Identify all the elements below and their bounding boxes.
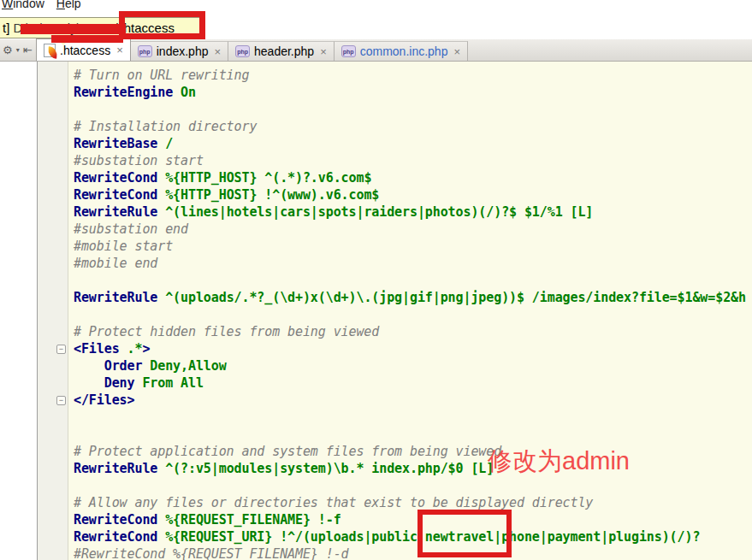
code-value: ^(uploads/.*?_(\d+)x(\d+)\.(jpg|gif|png|… [157,290,746,305]
code-line[interactable]: RewriteRule ^(?:v5|modules|system)\b.* i… [74,460,752,477]
code-line[interactable]: #RewriteCond %{REQUEST_FILENAME} !-d [74,545,752,560]
code-keyword: <Files [74,341,120,357]
ide-window: WindowHelp t] D:\...\Study\WWW\.htaccess… [0,0,752,560]
code-comment: #mobile end [74,256,157,271]
editor-gutter: −− [38,62,68,560]
php-file-icon: php [341,45,356,57]
code-value: .* [120,341,143,357]
code-line[interactable]: RewriteRule ^(lines|hotels|cars|spots|ra… [74,203,752,221]
code-keyword: RewriteEngine [74,85,173,100]
code-keyword: RewriteRule [74,461,157,476]
code-keyword: RewriteRule [74,204,157,220]
menu-bar: WindowHelp [0,0,752,11]
close-tab-icon[interactable]: × [320,45,327,58]
scroll-from-source-icon[interactable]: ⇤ [23,44,33,56]
close-tab-icon[interactable]: × [453,45,460,58]
annotation-path-strikethrough [21,24,126,34]
code-line[interactable]: RewriteCond %{HTTP_HOST} ^(.*)?.v6.com$ [74,169,752,186]
code-line[interactable]: RewriteBase / [74,135,752,152]
tab-common-inc-php[interactable]: phpcommon.inc.php× [335,41,468,61]
code-comment: #substation end [74,221,188,237]
code-line[interactable]: # Protect application and system files f… [74,443,752,460]
code-line[interactable] [74,477,752,494]
tab-bar-tools: ⚙▾ ⇤ [0,38,36,61]
code-comment: # Turn on URL rewriting [74,68,249,83]
code-value: On [173,85,196,100]
code-line[interactable] [74,409,752,426]
htaccess-file-icon [44,44,56,57]
code-value: From All [134,375,203,391]
code-editor[interactable]: # Turn on URL rewritingRewriteEngine On#… [68,62,752,560]
annotation-box-htaccess [119,11,205,39]
annotation-box-htaccess-overshoot [51,35,123,43]
code-line[interactable]: <Files .*> [74,340,752,357]
code-line[interactable]: RewriteCond %{HTTP_HOST} !^(www).v6.com$ [74,186,752,203]
tooltip-prefix: t] [3,21,14,35]
tab-label: common.inc.php [360,44,448,58]
code-keyword: Deny [74,375,134,391]
php-file-icon: php [138,45,152,57]
code-comment: # Protect application and system files f… [74,444,501,459]
code-comment: #mobile start [74,239,173,254]
code-keyword: RewriteCond [74,170,157,186]
code-line[interactable] [74,426,752,443]
code-keyword: RewriteBase [74,136,157,151]
code-keyword: > [142,341,150,357]
code-value: %{HTTP_HOST} ^(.*)?.v6.com$ [157,170,371,186]
code-value: Deny,Allow [142,358,226,374]
tab-label: header.php [254,44,314,58]
code-value: %{HTTP_HOST} !^(www).v6.com$ [157,187,379,203]
code-line[interactable]: </Files> [74,392,752,409]
code-keyword: RewriteCond [74,529,157,545]
code-line[interactable]: RewriteCond %{REQUEST_URI} !^/(uploads|p… [74,528,752,545]
menu-item-help[interactable]: Help [56,0,81,10]
code-line[interactable] [74,272,752,289]
code-line[interactable]: # Installation directory [74,118,752,135]
code-comment: # Protect hidden files from being viewed [74,324,379,339]
project-panel-sliver [0,62,38,560]
code-line[interactable]: RewriteEngine On [74,84,752,101]
code-line[interactable]: RewriteCond %{REQUEST_FILENAME} !-f [74,511,752,528]
code-keyword: </Files> [74,392,134,408]
gear-icon[interactable]: ⚙ [3,44,13,56]
code-comment: # Installation directory [74,119,257,134]
code-value: %{REQUEST_FILENAME} !-f [157,512,340,528]
annotation-box-newtravel [417,510,512,557]
code-value: / [157,136,173,151]
code-line[interactable]: #substation start [74,152,752,169]
close-tab-icon[interactable]: × [116,44,123,56]
code-line[interactable]: RewriteRule ^(uploads/.*?_(\d+)x(\d+)\.(… [74,289,752,306]
code-keyword: RewriteRule [74,290,157,305]
annotation-modify-to-admin-label: 修改为admin [488,445,630,479]
code-line[interactable]: # Turn on URL rewriting [74,67,752,84]
close-tab-icon[interactable]: × [214,45,221,58]
tab-header-php[interactable]: phpheader.php× [228,41,335,61]
php-file-icon: php [235,45,250,57]
code-line[interactable]: # Protect hidden files from being viewed [74,323,752,340]
code-line[interactable]: #mobile start [74,238,752,255]
chevron-down-icon: ▾ [16,46,20,54]
tab-label: index.php [157,44,209,58]
code-value: ^(?:v5|modules|system)\b.* index.php/$0 … [157,461,494,476]
code-keyword: Order [74,358,142,374]
code-comment: #RewriteCond %{REQUEST_FILENAME} !-d [74,546,349,560]
code-line[interactable]: Deny From All [74,374,752,392]
code-comment: #substation start [74,153,204,168]
code-line[interactable] [74,306,752,323]
code-keyword: RewriteCond [74,512,157,528]
code-line[interactable]: #mobile end [74,255,752,272]
code-keyword: RewriteCond [74,187,157,203]
code-line[interactable]: Order Deny,Allow [74,357,752,374]
code-value: ^(lines|hotels|cars|spots|raiders|photos… [157,204,593,220]
fold-end-icon[interactable]: − [56,396,66,405]
fold-start-icon[interactable]: − [56,345,66,354]
code-line[interactable]: #substation end [74,221,752,238]
code-comment: # Allow any files or directories that ex… [74,495,593,510]
code-line[interactable] [74,101,752,118]
code-line[interactable]: # Allow any files or directories that ex… [74,494,752,511]
menu-item-window[interactable]: Window [2,0,44,10]
tab-index-php[interactable]: phpindex.php× [131,41,228,61]
editor-body: −− # Turn on URL rewritingRewriteEngine … [0,62,752,560]
